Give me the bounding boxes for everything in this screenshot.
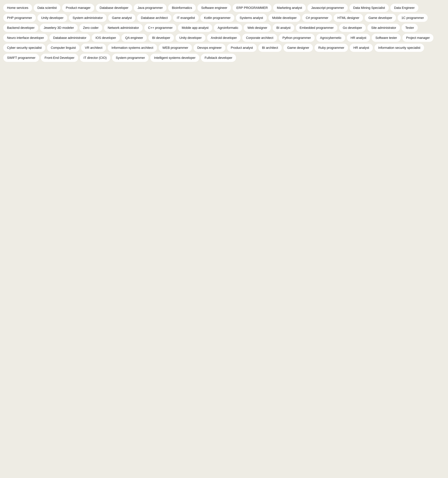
tag-item[interactable]: Web designer (244, 24, 271, 32)
tag-item[interactable]: Information systems architect (108, 44, 157, 52)
tag-item[interactable]: BI analyst (273, 24, 294, 32)
tag-item[interactable]: Project manager (402, 34, 433, 42)
tag-item[interactable]: Game developer (365, 14, 396, 22)
tag-item[interactable]: Mobile developer (269, 14, 301, 22)
tag-item[interactable]: Network administrator (104, 24, 143, 32)
tag-item[interactable]: Agroinformatic (214, 24, 242, 32)
tag-item[interactable]: Zero coder (79, 24, 102, 32)
tag-item[interactable]: Database administrator (49, 34, 90, 42)
tag-item[interactable]: Database developer (96, 4, 132, 12)
tag-item[interactable]: HR analyst (347, 34, 370, 42)
tag-item[interactable]: Intelligent systems developer (150, 54, 199, 62)
tag-item[interactable]: Fullstack developer (201, 54, 236, 62)
tag-item[interactable]: System programmer (112, 54, 149, 62)
tag-item[interactable]: Home services (3, 4, 32, 12)
tag-item[interactable]: Kotlin programmer (200, 14, 234, 22)
tag-item[interactable]: C++ programmer (144, 24, 176, 32)
tag-item[interactable]: Jewelery 3D modeler (40, 24, 78, 32)
tag-item[interactable]: IOS developer (92, 34, 120, 42)
tag-item[interactable]: Game designer (283, 44, 313, 52)
tag-item[interactable]: Data Mining Specialist (350, 4, 389, 12)
tag-item[interactable]: Unity developer (176, 34, 205, 42)
tag-item[interactable]: Front-End Developer (41, 54, 78, 62)
tag-item[interactable]: PHP programmer (3, 14, 36, 22)
tag-item[interactable]: HTML designer (334, 14, 363, 22)
tag-item[interactable]: Systems analyst (236, 14, 267, 22)
tag-item[interactable]: Javascript programmer (307, 4, 348, 12)
tag-item[interactable]: Product manager (62, 4, 94, 12)
tag-item[interactable]: Ruby programmer (314, 44, 348, 52)
tag-item[interactable]: Mobile app analyst (178, 24, 212, 32)
tag-item[interactable]: Data scientist (34, 4, 61, 12)
tag-item[interactable]: WEB programmer (159, 44, 192, 52)
tag-item[interactable]: Information security specialist (374, 44, 424, 52)
tag-item[interactable]: Agrocybernetic (316, 34, 345, 42)
tag-item[interactable]: Database architect (137, 14, 171, 22)
tag-item[interactable]: Neuro interface developer (3, 34, 48, 42)
tag-item[interactable]: C# programmer (302, 14, 332, 22)
tag-item[interactable]: Marketing analyst (273, 4, 306, 12)
tag-item[interactable]: Android developer (207, 34, 241, 42)
tags-container: Home servicesData scientistProduct manag… (3, 4, 445, 62)
tag-item[interactable]: Computer linguist (47, 44, 80, 52)
tag-item[interactable]: BI developer (148, 34, 174, 42)
tag-item[interactable]: System administrator (69, 14, 106, 22)
tag-item[interactable]: Game analyst (108, 14, 135, 22)
tag-item[interactable]: 1C programmer (398, 14, 428, 22)
tag-item[interactable]: HR analyst (350, 44, 373, 52)
tag-item[interactable]: Tester (402, 24, 418, 32)
tag-item[interactable]: Corporate architect (242, 34, 277, 42)
tag-item[interactable]: Data Engineer (390, 4, 418, 12)
tag-item[interactable]: Product analyst (227, 44, 257, 52)
tag-item[interactable]: Go developer (339, 24, 366, 32)
tag-item[interactable]: Embedded programmer (296, 24, 338, 32)
tag-item[interactable]: IT director (CIO) (80, 54, 110, 62)
tag-item[interactable]: Unity developer (37, 14, 67, 22)
tag-item[interactable]: QA engineer (122, 34, 147, 42)
tag-item[interactable]: SWIFT programmer (3, 54, 39, 62)
tag-item[interactable]: IT evangelist (173, 14, 199, 22)
tag-item[interactable]: VR architect (81, 44, 106, 52)
tag-item[interactable]: Site administrator (367, 24, 400, 32)
tag-item[interactable]: Backend developer (3, 24, 38, 32)
tag-item[interactable]: Software tester (372, 34, 401, 42)
tag-item[interactable]: Bioinformatics (168, 4, 196, 12)
tag-item[interactable]: Cyber security specialist (3, 44, 45, 52)
tag-item[interactable]: Python programmer (279, 34, 315, 42)
tag-item[interactable]: Software engineer (197, 4, 231, 12)
tag-item[interactable]: Devops engineer (194, 44, 225, 52)
tag-item[interactable]: BI architect (258, 44, 282, 52)
tag-item[interactable]: Java programmer (134, 4, 166, 12)
tag-item[interactable]: ERP PROGRAMMER (233, 4, 271, 12)
